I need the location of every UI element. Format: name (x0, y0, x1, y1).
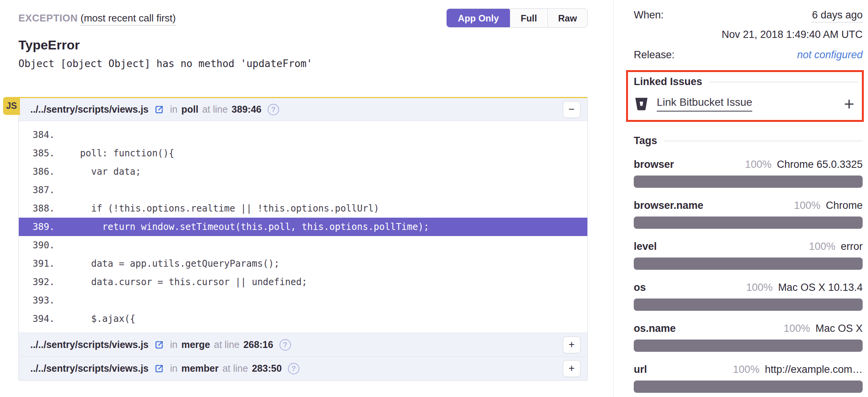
tag-value[interactable]: Chrome 65.0.3325 (777, 159, 863, 171)
tag-row-browser: browser 100%Chrome 65.0.3325 (634, 159, 863, 188)
code-line-active: 389. return window.setTimeout(this.poll,… (19, 218, 587, 236)
frame-at-label: at line (222, 363, 248, 374)
stack-frame-member[interactable]: ../../sentry/scripts/views.js in member … (19, 356, 587, 380)
tag-row-level: level 100%error (634, 241, 863, 270)
frame-in-label: in (170, 339, 177, 350)
linked-issues-header: Linked Issues (634, 76, 858, 88)
stacktrace-panel: JS ../../sentry/scripts/views.js in poll… (18, 97, 588, 381)
tag-value[interactable]: Chrome (826, 200, 863, 212)
code-line: 384. (19, 126, 587, 144)
frame-line-number: 389:46 (232, 104, 261, 115)
linked-issues-title: Linked Issues (634, 76, 702, 88)
event-sidebar: When: 6 days ago Nov 21, 2018 1:49:40 AM… (613, 0, 868, 397)
release-row: Release: not configured (634, 49, 863, 61)
code-line: 393. (19, 291, 587, 310)
tag-key[interactable]: os (634, 282, 646, 294)
open-in-new-icon[interactable] (154, 104, 164, 115)
stack-frame-poll[interactable]: ../../sentry/scripts/views.js in poll at… (19, 98, 587, 121)
frame-in-label: in (170, 104, 177, 115)
tag-percent: 100% (733, 364, 760, 376)
tag-distribution-bar (634, 340, 863, 352)
frame-line-number: 268:16 (243, 339, 273, 350)
tag-value[interactable]: Mac OS X 10.13.4 (778, 282, 863, 294)
exception-title: EXCEPTION (most recent call first) (18, 12, 176, 24)
when-row: When: 6 days ago (634, 9, 863, 23)
platform-badge-js: JS (3, 97, 20, 115)
tag-percent: 100% (745, 159, 771, 171)
tag-row-browser-name: browser.name 100%Chrome (634, 200, 863, 229)
tag-distribution-bar (634, 217, 863, 229)
frame-function: poll (181, 104, 198, 115)
exception-order-note[interactable]: (most recent call first) (81, 12, 176, 26)
open-in-new-icon[interactable] (154, 340, 164, 350)
frame-at-label: at line (214, 339, 240, 350)
section-divider (709, 82, 858, 82)
expand-frame-button[interactable]: + (563, 336, 580, 353)
code-line: 391. data = app.utils.getQueryParams(); (19, 254, 587, 273)
help-icon[interactable]: ? (279, 339, 291, 351)
add-linked-issue-button[interactable]: + (844, 97, 854, 111)
bitbucket-icon (634, 96, 649, 112)
frame-line-number: 283:50 (252, 363, 282, 374)
tag-distribution-bar (634, 381, 863, 393)
frame-at-label: at line (202, 104, 228, 115)
tag-row-os-name: os.name 100%Mac OS X (634, 323, 863, 352)
tag-percent: 100% (809, 241, 835, 253)
exception-section: EXCEPTION (most recent call first) App O… (0, 0, 613, 397)
release-label: Release: (634, 49, 675, 61)
event-detail-page: EXCEPTION (most recent call first) App O… (0, 0, 868, 397)
expand-frame-button[interactable]: + (563, 360, 580, 377)
code-line: 388. if (!this.options.realtime || !this… (19, 199, 587, 218)
tags-header: Tags (634, 135, 863, 147)
code-line: 394. $.ajax({ (19, 310, 587, 328)
toggle-full[interactable]: Full (510, 9, 547, 28)
tag-distribution-bar (634, 258, 863, 270)
frame-file-path: ../../sentry/scripts/views.js (30, 104, 148, 115)
tag-key[interactable]: url (634, 364, 647, 376)
tag-percent: 100% (784, 323, 810, 335)
exception-label: EXCEPTION (18, 12, 78, 24)
frame-file-path: ../../sentry/scripts/views.js (30, 363, 148, 374)
tag-distribution-bar (634, 299, 863, 311)
frame-in-label: in (170, 363, 177, 374)
tag-percent: 100% (746, 282, 773, 294)
tag-row-os: os 100%Mac OS X 10.13.4 (634, 282, 863, 311)
code-line: 385. poll: function(){ (19, 144, 587, 162)
release-not-configured-link[interactable]: not configured (797, 49, 863, 61)
tag-key[interactable]: level (634, 241, 657, 253)
link-bitbucket-issue-row: Link Bitbucket Issue + (634, 96, 858, 112)
tags-title: Tags (634, 135, 657, 147)
code-line: 392. data.cursor = this.cursor || undefi… (19, 273, 587, 291)
tag-percent: 100% (794, 200, 820, 212)
tag-value[interactable]: error (841, 241, 863, 253)
error-message: Object [object Object] has no method 'up… (18, 58, 588, 69)
frame-function: member (181, 363, 219, 374)
tag-distribution-bar (634, 176, 863, 188)
tag-key[interactable]: os.name (634, 323, 676, 335)
help-icon[interactable]: ? (288, 363, 299, 374)
toggle-raw[interactable]: Raw (547, 9, 587, 28)
help-icon[interactable]: ? (268, 104, 279, 115)
toggle-app-only[interactable]: App Only (446, 8, 510, 28)
code-line: 387. (19, 181, 587, 199)
tag-value[interactable]: Mac OS X (815, 323, 863, 335)
tag-value[interactable]: http://example.com… (765, 364, 863, 376)
stack-frame-merge[interactable]: ../../sentry/scripts/views.js in merge a… (19, 333, 587, 356)
when-datetime: Nov 21, 2018 1:49:40 AM UTC (634, 29, 863, 41)
frame-file-path: ../../sentry/scripts/views.js (30, 339, 148, 350)
tag-key[interactable]: browser (634, 159, 674, 171)
when-label: When: (634, 9, 664, 21)
stacktrace-view-toggle: App Only Full Raw (446, 8, 588, 28)
when-relative-time[interactable]: 6 days ago (812, 9, 863, 23)
frame-function: merge (181, 339, 210, 350)
error-type: TypeError (18, 38, 588, 52)
open-in-new-icon[interactable] (154, 363, 164, 374)
code-line: 386. var data; (19, 162, 587, 181)
section-divider (664, 141, 863, 141)
collapse-frame-button[interactable]: − (563, 101, 580, 118)
tag-key[interactable]: browser.name (634, 200, 704, 212)
linked-issues-highlight-box: Linked Issues Link Bitbucket Issue + (626, 70, 864, 122)
link-bitbucket-issue-link[interactable]: Link Bitbucket Issue (657, 96, 752, 112)
code-line: 390. (19, 236, 587, 254)
tag-row-url: url 100%http://example.com… (634, 364, 863, 393)
